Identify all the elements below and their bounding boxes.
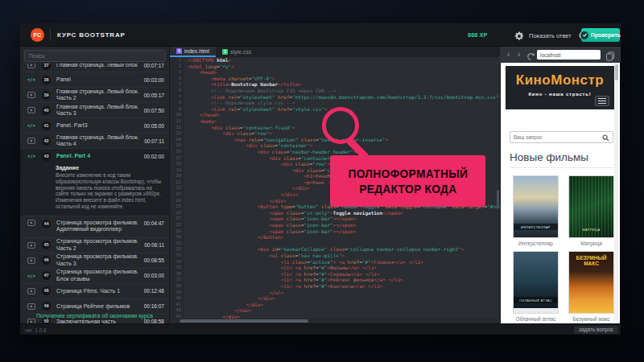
version-label: ver. 1.0.6 [25, 327, 47, 333]
lesson-item[interactable]: 48Страница Films. Часть 100:12:48 [20, 284, 169, 299]
code-line[interactable]: <li> <a href="#">Контакты</a> </li> [184, 283, 500, 290]
lesson-number: 48 [42, 286, 51, 295]
lesson-row: 48Страница Films. Часть 100:12:48 [20, 284, 169, 298]
code-line[interactable]: <link rel="stylesheet" href="https://max… [184, 94, 500, 101]
lesson-item[interactable]: 42Главная страница. Левый блок. Часть 40… [20, 134, 169, 149]
css3-icon: 3 [222, 49, 228, 55]
code-line[interactable]: <div id="navbarCollapse" class="collapse… [184, 246, 500, 253]
tab-style-css[interactable]: 3 style.css [216, 47, 258, 57]
lesson-title: Страница Рейтинг фильмов [56, 303, 144, 311]
code-line[interactable]: <li> <a href="#">Фильмы</a> </li> [184, 265, 500, 271]
lesson-number: 40 [42, 106, 51, 115]
lesson-item[interactable]: </>38Panel00:03:00 [20, 72, 169, 88]
lesson-duration: 00:03:00 [144, 77, 164, 83]
lesson-title: Главная страница. Левый блок [56, 64, 144, 68]
lesson-item[interactable]: 39Главная страница. Левый блок. Часть 20… [20, 88, 169, 103]
code-line[interactable]: </ul> [184, 290, 500, 296]
lesson-item[interactable]: 37Главная страница. Левый блок00:07:17 [20, 64, 169, 72]
movie-poster[interactable]: ОБЛАЧНЫЙ АТЛАС [513, 251, 559, 314]
lesson-duration: 00:07:50 [144, 108, 164, 113]
line-number: 28 [170, 222, 184, 228]
lesson-row: </>41Panel. Part300:05:00 [20, 118, 169, 133]
movie-poster[interactable]: ИНТЕРСТЕЛЛАР [513, 175, 559, 238]
scrollbar-thumb[interactable] [615, 64, 618, 80]
code-line[interactable]: <!-- Подключаем style.css --> [184, 100, 500, 106]
movie-poster[interactable]: БЕЗУМНЫЙ МАКС [568, 251, 614, 314]
movie-poster[interactable]: МАТРИЦА [568, 175, 614, 238]
code-line[interactable]: <span class="icon-bar"></span> [184, 228, 500, 235]
code-line[interactable]: <!-- Подключаем Bootstrap CSS через CDN … [184, 88, 500, 94]
code-line[interactable] [184, 241, 500, 247]
code-line[interactable]: </button> [184, 234, 500, 241]
scrollbar-thumb[interactable] [180, 319, 308, 323]
line-number: 17 [170, 155, 184, 162]
site-search-input[interactable] [510, 131, 599, 143]
lesson-number: 37 [42, 64, 51, 70]
code-line[interactable]: </div> [184, 302, 500, 308]
task-description: Внесите изменение в код таким образом(ис… [56, 172, 164, 210]
line-number: 35 [170, 265, 184, 271]
site-preview: КиноМонстр Кино - наша страсть! Новые фи… [501, 63, 620, 323]
code-line[interactable]: <li class="active"> <a href="#">Главная<… [184, 259, 500, 265]
code-line[interactable]: <head> [184, 69, 500, 76]
code-line[interactable]: <li> <a href="#">Рейтинг фильмов</a> </l… [184, 277, 500, 283]
line-number: 8 [170, 100, 184, 106]
line-number: 10 [170, 112, 184, 118]
lesson-row: 42Главная страница. Левый блок. Часть 40… [20, 134, 169, 148]
lesson-item[interactable]: </>41Panel. Part300:05:00 [20, 118, 169, 134]
site-search-button[interactable] [598, 131, 613, 143]
movie-card: МАТРИЦАМатрица [568, 175, 614, 246]
check-button-label: Проверить [591, 32, 621, 38]
lesson-list: 37Главная страница. Левый блок00:07:17</… [20, 64, 169, 323]
app-logo[interactable]: FC [31, 28, 44, 42]
lesson-item[interactable]: </>43Panel. Part 400:02:00ЗаданиеВнесите… [20, 149, 169, 216]
callout-line2: РЕДАКТОР КОДА [359, 181, 456, 196]
lesson-title: Страница Films. Часть 1 [56, 288, 144, 295]
line-number: 34 [170, 259, 184, 265]
video-icon [27, 288, 36, 294]
code-line[interactable]: <ul class="nav nav-pills"> [184, 253, 500, 259]
line-number: 32 [170, 246, 184, 253]
line-number: 23 [170, 191, 184, 198]
check-button[interactable]: Проверить [581, 28, 620, 42]
certificate-link[interactable]: Получение сертификата об окончании курса [20, 311, 169, 322]
lesson-title: Страница просмотра фильмов. Часть 3 [56, 253, 144, 267]
forward-icon[interactable]: › [518, 49, 520, 60]
line-number: 13 [170, 130, 184, 137]
code-line[interactable]: <meta charset="UTF-8"> [184, 76, 500, 82]
lesson-item[interactable]: 44Страница просмотра фильмов. Адаптивный… [20, 216, 169, 238]
preview-scrollbar[interactable] [614, 63, 618, 323]
code-line[interactable]: <span class="icon-bar"></span> [184, 216, 500, 222]
code-line[interactable]: <div class="navbar-header header"> [184, 149, 500, 155]
code-line[interactable]: <!DOCTYPE html> [184, 57, 500, 64]
back-icon[interactable]: ‹ [507, 49, 510, 60]
lesson-item[interactable]: </>47Страница просмотра фильмов. Блок от… [20, 269, 169, 284]
code-line[interactable]: <html lang="ru"> [184, 64, 500, 70]
code-line[interactable]: <span class="icon-bar"></span> [184, 222, 500, 228]
gear-icon[interactable] [514, 30, 524, 39]
lesson-title: Panel. Part 4 [56, 153, 144, 160]
line-number: 41 [170, 302, 184, 308]
lesson-duration: 00:07:17 [144, 64, 164, 68]
code-line[interactable]: <title>Bootstrap Navbar</title> [184, 81, 500, 88]
url-input[interactable] [537, 50, 601, 60]
lesson-row: 39Главная страница. Левый блок. Часть 20… [20, 88, 169, 102]
editor-vertical-scrollbar[interactable] [497, 190, 499, 208]
lesson-number: 47 [42, 271, 51, 280]
code-line[interactable]: <span class="sr-only">Toggle navigation<… [184, 210, 500, 216]
code-line[interactable]: </div> [184, 295, 500, 302]
tab-index-html[interactable]: 5 index.html [170, 47, 216, 57]
ask-question-button[interactable]: задать вопрос [574, 326, 618, 334]
hamburger-icon[interactable] [595, 96, 609, 106]
code-line[interactable]: <li> <a href="#">Сериалы</a> </li> [184, 271, 500, 278]
lesson-item[interactable]: 45Страница просмотра фильмов. Часть 200:… [20, 238, 169, 253]
code-line[interactable]: </nav> [184, 307, 500, 314]
lesson-row: 40Главная страница. Левый блок. Часть 30… [20, 103, 169, 117]
search-input[interactable] [24, 50, 166, 62]
lesson-item[interactable]: 40Главная страница. Левый блок. Часть 30… [20, 103, 169, 118]
line-number-gutter: 1234567891011121314151617181920212223242… [170, 57, 184, 320]
lesson-item[interactable]: 46Страница просмотра фильмов. Часть 300:… [20, 253, 169, 269]
line-number: 36 [170, 271, 184, 278]
line-number: 30 [170, 234, 184, 241]
video-icon [27, 303, 36, 310]
